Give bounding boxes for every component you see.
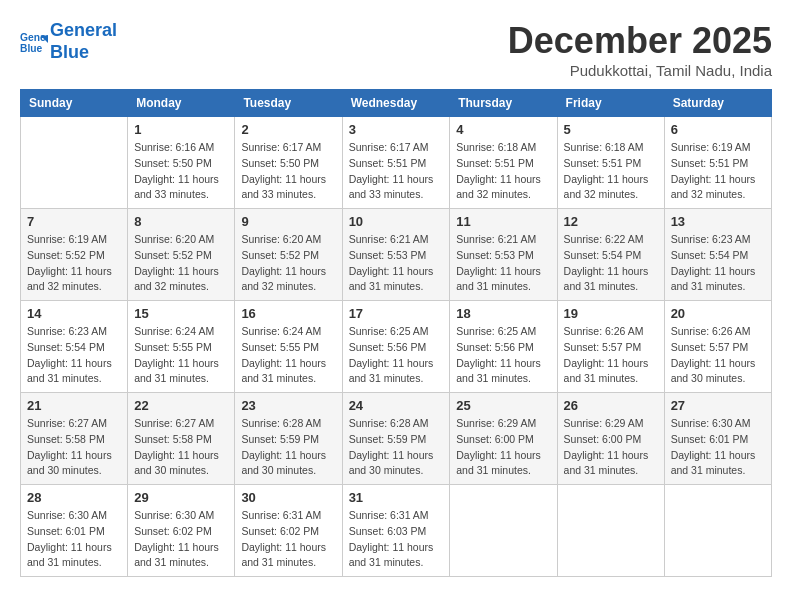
day-number: 25 xyxy=(456,398,550,413)
calendar-cell: 8Sunrise: 6:20 AMSunset: 5:52 PMDaylight… xyxy=(128,209,235,301)
calendar-cell: 5Sunrise: 6:18 AMSunset: 5:51 PMDaylight… xyxy=(557,117,664,209)
day-number: 6 xyxy=(671,122,765,137)
day-number: 20 xyxy=(671,306,765,321)
page-header: General Blue General Blue December 2025 … xyxy=(20,20,772,79)
calendar-cell: 30Sunrise: 6:31 AMSunset: 6:02 PMDayligh… xyxy=(235,485,342,577)
day-info: Sunrise: 6:22 AMSunset: 5:54 PMDaylight:… xyxy=(564,232,658,295)
day-number: 2 xyxy=(241,122,335,137)
calendar-cell: 19Sunrise: 6:26 AMSunset: 5:57 PMDayligh… xyxy=(557,301,664,393)
day-info: Sunrise: 6:28 AMSunset: 5:59 PMDaylight:… xyxy=(349,416,444,479)
calendar-cell xyxy=(450,485,557,577)
day-number: 12 xyxy=(564,214,658,229)
day-info: Sunrise: 6:20 AMSunset: 5:52 PMDaylight:… xyxy=(134,232,228,295)
day-number: 11 xyxy=(456,214,550,229)
calendar-cell: 4Sunrise: 6:18 AMSunset: 5:51 PMDaylight… xyxy=(450,117,557,209)
day-info: Sunrise: 6:18 AMSunset: 5:51 PMDaylight:… xyxy=(564,140,658,203)
day-number: 3 xyxy=(349,122,444,137)
day-number: 31 xyxy=(349,490,444,505)
day-info: Sunrise: 6:27 AMSunset: 5:58 PMDaylight:… xyxy=(134,416,228,479)
day-number: 1 xyxy=(134,122,228,137)
weekday-header-sunday: Sunday xyxy=(21,90,128,117)
day-info: Sunrise: 6:29 AMSunset: 6:00 PMDaylight:… xyxy=(456,416,550,479)
calendar-cell: 14Sunrise: 6:23 AMSunset: 5:54 PMDayligh… xyxy=(21,301,128,393)
day-info: Sunrise: 6:17 AMSunset: 5:51 PMDaylight:… xyxy=(349,140,444,203)
calendar-cell: 18Sunrise: 6:25 AMSunset: 5:56 PMDayligh… xyxy=(450,301,557,393)
weekday-header-thursday: Thursday xyxy=(450,90,557,117)
day-info: Sunrise: 6:27 AMSunset: 5:58 PMDaylight:… xyxy=(27,416,121,479)
weekday-header-wednesday: Wednesday xyxy=(342,90,450,117)
calendar-cell: 27Sunrise: 6:30 AMSunset: 6:01 PMDayligh… xyxy=(664,393,771,485)
day-info: Sunrise: 6:31 AMSunset: 6:03 PMDaylight:… xyxy=(349,508,444,571)
day-info: Sunrise: 6:31 AMSunset: 6:02 PMDaylight:… xyxy=(241,508,335,571)
calendar-cell: 11Sunrise: 6:21 AMSunset: 5:53 PMDayligh… xyxy=(450,209,557,301)
calendar-cell: 16Sunrise: 6:24 AMSunset: 5:55 PMDayligh… xyxy=(235,301,342,393)
day-info: Sunrise: 6:24 AMSunset: 5:55 PMDaylight:… xyxy=(241,324,335,387)
day-number: 9 xyxy=(241,214,335,229)
calendar-cell: 17Sunrise: 6:25 AMSunset: 5:56 PMDayligh… xyxy=(342,301,450,393)
day-info: Sunrise: 6:24 AMSunset: 5:55 PMDaylight:… xyxy=(134,324,228,387)
calendar-week-5: 28Sunrise: 6:30 AMSunset: 6:01 PMDayligh… xyxy=(21,485,772,577)
day-number: 10 xyxy=(349,214,444,229)
logo-line2: Blue xyxy=(50,42,89,62)
day-number: 17 xyxy=(349,306,444,321)
day-info: Sunrise: 6:29 AMSunset: 6:00 PMDaylight:… xyxy=(564,416,658,479)
calendar-cell: 15Sunrise: 6:24 AMSunset: 5:55 PMDayligh… xyxy=(128,301,235,393)
day-info: Sunrise: 6:21 AMSunset: 5:53 PMDaylight:… xyxy=(349,232,444,295)
day-info: Sunrise: 6:25 AMSunset: 5:56 PMDaylight:… xyxy=(349,324,444,387)
day-number: 22 xyxy=(134,398,228,413)
calendar-table: SundayMondayTuesdayWednesdayThursdayFrid… xyxy=(20,89,772,577)
calendar-cell: 12Sunrise: 6:22 AMSunset: 5:54 PMDayligh… xyxy=(557,209,664,301)
logo-icon: General Blue xyxy=(20,28,48,56)
calendar-week-1: 1Sunrise: 6:16 AMSunset: 5:50 PMDaylight… xyxy=(21,117,772,209)
weekday-header-saturday: Saturday xyxy=(664,90,771,117)
calendar-cell xyxy=(21,117,128,209)
title-block: December 2025 Pudukkottai, Tamil Nadu, I… xyxy=(508,20,772,79)
day-info: Sunrise: 6:25 AMSunset: 5:56 PMDaylight:… xyxy=(456,324,550,387)
day-number: 13 xyxy=(671,214,765,229)
day-info: Sunrise: 6:30 AMSunset: 6:02 PMDaylight:… xyxy=(134,508,228,571)
logo-line1: General xyxy=(50,20,117,40)
day-info: Sunrise: 6:19 AMSunset: 5:52 PMDaylight:… xyxy=(27,232,121,295)
calendar-cell: 7Sunrise: 6:19 AMSunset: 5:52 PMDaylight… xyxy=(21,209,128,301)
calendar-cell: 31Sunrise: 6:31 AMSunset: 6:03 PMDayligh… xyxy=(342,485,450,577)
calendar-week-2: 7Sunrise: 6:19 AMSunset: 5:52 PMDaylight… xyxy=(21,209,772,301)
month-title: December 2025 xyxy=(508,20,772,62)
day-number: 24 xyxy=(349,398,444,413)
weekday-header-tuesday: Tuesday xyxy=(235,90,342,117)
svg-text:Blue: Blue xyxy=(20,43,43,54)
day-info: Sunrise: 6:30 AMSunset: 6:01 PMDaylight:… xyxy=(671,416,765,479)
day-info: Sunrise: 6:21 AMSunset: 5:53 PMDaylight:… xyxy=(456,232,550,295)
day-number: 8 xyxy=(134,214,228,229)
day-info: Sunrise: 6:26 AMSunset: 5:57 PMDaylight:… xyxy=(671,324,765,387)
calendar-cell: 6Sunrise: 6:19 AMSunset: 5:51 PMDaylight… xyxy=(664,117,771,209)
day-info: Sunrise: 6:28 AMSunset: 5:59 PMDaylight:… xyxy=(241,416,335,479)
calendar-cell: 13Sunrise: 6:23 AMSunset: 5:54 PMDayligh… xyxy=(664,209,771,301)
day-number: 26 xyxy=(564,398,658,413)
calendar-cell: 22Sunrise: 6:27 AMSunset: 5:58 PMDayligh… xyxy=(128,393,235,485)
calendar-cell: 25Sunrise: 6:29 AMSunset: 6:00 PMDayligh… xyxy=(450,393,557,485)
day-number: 7 xyxy=(27,214,121,229)
day-number: 28 xyxy=(27,490,121,505)
day-info: Sunrise: 6:18 AMSunset: 5:51 PMDaylight:… xyxy=(456,140,550,203)
calendar-cell xyxy=(557,485,664,577)
day-number: 19 xyxy=(564,306,658,321)
calendar-cell: 24Sunrise: 6:28 AMSunset: 5:59 PMDayligh… xyxy=(342,393,450,485)
weekday-header-friday: Friday xyxy=(557,90,664,117)
day-number: 30 xyxy=(241,490,335,505)
location-subtitle: Pudukkottai, Tamil Nadu, India xyxy=(508,62,772,79)
calendar-cell: 3Sunrise: 6:17 AMSunset: 5:51 PMDaylight… xyxy=(342,117,450,209)
calendar-week-3: 14Sunrise: 6:23 AMSunset: 5:54 PMDayligh… xyxy=(21,301,772,393)
calendar-header: SundayMondayTuesdayWednesdayThursdayFrid… xyxy=(21,90,772,117)
calendar-cell: 20Sunrise: 6:26 AMSunset: 5:57 PMDayligh… xyxy=(664,301,771,393)
day-info: Sunrise: 6:30 AMSunset: 6:01 PMDaylight:… xyxy=(27,508,121,571)
logo: General Blue General Blue xyxy=(20,20,117,63)
day-info: Sunrise: 6:20 AMSunset: 5:52 PMDaylight:… xyxy=(241,232,335,295)
day-number: 5 xyxy=(564,122,658,137)
day-info: Sunrise: 6:23 AMSunset: 5:54 PMDaylight:… xyxy=(671,232,765,295)
day-number: 18 xyxy=(456,306,550,321)
day-info: Sunrise: 6:26 AMSunset: 5:57 PMDaylight:… xyxy=(564,324,658,387)
calendar-cell: 21Sunrise: 6:27 AMSunset: 5:58 PMDayligh… xyxy=(21,393,128,485)
logo-text: General Blue xyxy=(50,20,117,63)
calendar-cell: 9Sunrise: 6:20 AMSunset: 5:52 PMDaylight… xyxy=(235,209,342,301)
calendar-cell: 29Sunrise: 6:30 AMSunset: 6:02 PMDayligh… xyxy=(128,485,235,577)
